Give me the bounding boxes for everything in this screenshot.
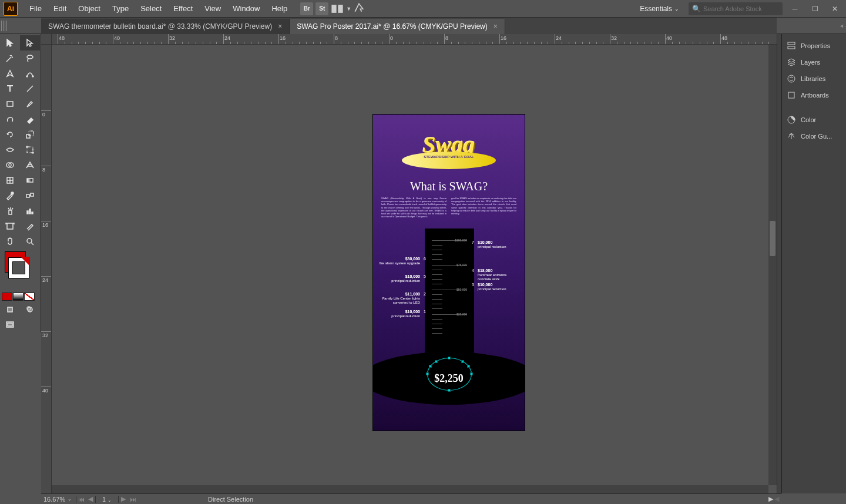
workspace-switcher[interactable]: Essentials⌄ (635, 2, 684, 15)
menu-view[interactable]: View (199, 1, 227, 16)
svg-rect-22 (7, 223, 13, 229)
draw-normal[interactable] (0, 302, 20, 317)
svg-point-9 (26, 146, 28, 147)
lasso-tool[interactable] (20, 51, 40, 66)
line-tool[interactable] (20, 81, 40, 96)
gpu-icon[interactable] (354, 2, 364, 15)
color-mode-solid[interactable] (2, 293, 12, 301)
shaper-tool[interactable] (0, 112, 20, 127)
gradient-tool[interactable] (20, 173, 40, 188)
svg-rect-17 (31, 193, 33, 196)
scale-tool[interactable] (20, 127, 40, 142)
menu-file[interactable]: File (24, 1, 48, 16)
menu-type[interactable]: Type (106, 1, 135, 16)
blend-tool[interactable] (20, 188, 40, 203)
panel-color-guide[interactable]: Color Gu... (782, 128, 846, 145)
nav-first[interactable]: ⏮ (76, 496, 86, 503)
window-close[interactable]: ✕ (827, 3, 842, 15)
mesh-tool[interactable] (0, 173, 20, 188)
close-icon[interactable]: × (494, 22, 498, 31)
ruler-origin[interactable] (41, 34, 52, 45)
screen-mode[interactable] (0, 317, 20, 332)
shape-builder-tool[interactable] (0, 157, 20, 173)
document-tab[interactable]: SWAG thermometer bulletin board.ai* @ 33… (41, 19, 290, 34)
document-tab-active[interactable]: SWAG Pro Poster 2017.ai* @ 16.67% (CMYK/… (290, 19, 505, 34)
close-icon[interactable]: × (278, 22, 282, 31)
slice-tool[interactable] (20, 219, 40, 234)
menu-window[interactable]: Window (227, 1, 266, 16)
grip-icon (1, 21, 7, 31)
column-graph-tool[interactable] (20, 203, 40, 219)
svg-rect-30 (788, 46, 795, 49)
window-maximize[interactable]: ☐ (807, 3, 822, 15)
menu-select[interactable]: Select (135, 1, 167, 16)
search-stock[interactable]: 🔍 (689, 2, 783, 15)
selected-path[interactable] (427, 358, 472, 391)
search-stock-input[interactable] (703, 5, 779, 12)
selection-tool[interactable] (0, 35, 20, 51)
svg-point-10 (32, 152, 33, 153)
draw-behind[interactable] (20, 302, 40, 317)
menu-help[interactable]: Help (266, 1, 293, 16)
svg-rect-20 (29, 209, 31, 214)
canvas-area[interactable]: SWAG thermometer bulletin board.ai* @ 33… (41, 34, 777, 493)
zoom-tool[interactable] (20, 234, 40, 249)
stock-icon[interactable]: St (315, 2, 328, 15)
panel-layers[interactable]: Layers (782, 54, 846, 70)
panel-dock: Properties Layers Libraries Artboards Co… (781, 34, 846, 493)
fill-stroke-swatch[interactable] (0, 249, 41, 281)
arrange-icon[interactable] (331, 2, 344, 15)
svg-rect-24 (8, 307, 12, 312)
ruler-horizontal[interactable]: 48403224168081624324048 (52, 34, 777, 45)
poster-logo: Swag STEWARDSHIP WITH A GOAL (373, 131, 525, 169)
panel-libraries[interactable]: Libraries (782, 70, 846, 87)
panel-color[interactable]: Color (782, 112, 846, 128)
panel-artboards[interactable]: Artboards (782, 87, 846, 103)
perspective-grid-tool[interactable] (20, 157, 40, 173)
direct-selection-tool[interactable] (20, 35, 40, 51)
poster-body: SWAG (Stewardship With A Goal) is one wa… (373, 193, 525, 221)
status-bar: 16.67%⌄ ⏮ ◀ 1 ⌄ ▶ ⏭ Direct Selection ▶ ◀ (41, 493, 781, 504)
svg-rect-16 (26, 194, 29, 197)
menu-edit[interactable]: Edit (48, 1, 72, 16)
svg-point-3 (26, 76, 28, 77)
nav-prev[interactable]: ◀ (86, 495, 95, 503)
svg-rect-21 (32, 212, 33, 214)
rotate-tool[interactable] (0, 127, 20, 142)
menu-effect[interactable]: Effect (167, 1, 199, 16)
artboard-tool[interactable] (0, 219, 20, 234)
symbol-sprayer-tool[interactable] (0, 203, 20, 219)
hand-tool[interactable] (0, 234, 20, 249)
color-mode-none[interactable] (24, 293, 35, 301)
eyedropper-tool[interactable] (0, 188, 20, 203)
svg-rect-28 (8, 323, 12, 326)
color-mode-gradient[interactable] (13, 293, 24, 301)
type-tool[interactable] (0, 81, 20, 96)
scrollbar-vertical[interactable] (768, 45, 777, 485)
eraser-tool[interactable] (20, 112, 40, 127)
svg-point-2 (27, 55, 33, 59)
magic-wand-tool[interactable] (0, 51, 20, 66)
ruler-vertical[interactable]: 0816243240 (41, 45, 52, 493)
paintbrush-tool[interactable] (20, 96, 40, 112)
curvature-tool[interactable] (20, 66, 40, 81)
zoom-level[interactable]: 16.67%⌄ (41, 496, 76, 503)
panel-collapse-icon[interactable]: ◄◄ (839, 23, 845, 29)
svg-rect-29 (788, 42, 795, 45)
window-minimize[interactable]: ─ (787, 3, 803, 15)
menu-bar: Ai File Edit Object Type Select Effect V… (0, 0, 846, 18)
pen-tool[interactable] (0, 66, 20, 81)
free-transform-tool[interactable] (20, 142, 40, 157)
panel-dock-strip[interactable] (777, 34, 781, 493)
nav-next[interactable]: ▶ (119, 495, 128, 503)
scrollbar-horizontal[interactable] (52, 485, 768, 493)
artboard-number[interactable]: 1 ⌄ (95, 496, 119, 503)
panel-properties[interactable]: Properties (782, 38, 846, 54)
nav-last[interactable]: ⏭ (128, 496, 137, 503)
artboard[interactable]: Swag STEWARDSHIP WITH A GOAL What is SWA… (372, 114, 525, 431)
bridge-icon[interactable]: Br (300, 2, 313, 15)
menu-object[interactable]: Object (72, 1, 106, 16)
svg-rect-6 (26, 135, 30, 138)
width-tool[interactable] (0, 142, 20, 157)
rectangle-tool[interactable] (0, 96, 20, 112)
